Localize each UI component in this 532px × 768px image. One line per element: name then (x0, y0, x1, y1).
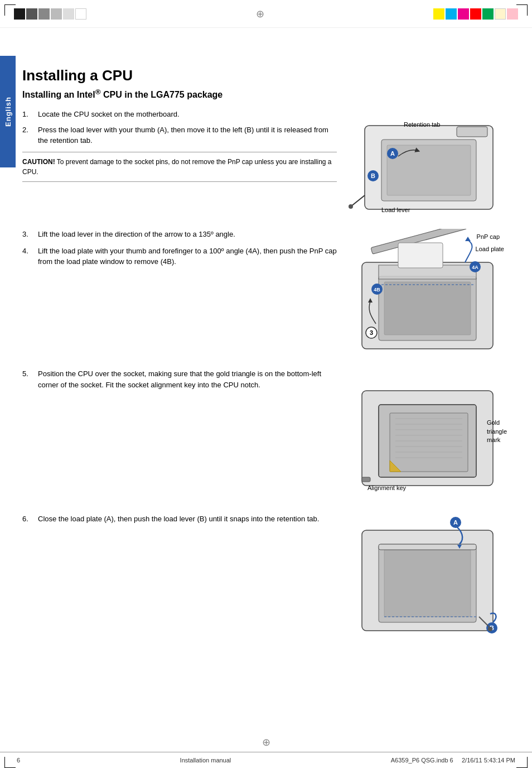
svg-rect-36 (362, 477, 370, 482)
footer-datetime: 2/16/11 5:43:14 PM (462, 757, 515, 764)
color-block (75, 8, 86, 20)
svg-text:B: B (371, 172, 375, 179)
corner-mark-tl (4, 4, 16, 16)
color-block (38, 8, 50, 20)
page-title: Installing a CPU (22, 67, 515, 84)
pnp-cap-label: PnP cap (477, 233, 500, 240)
step-text-col-3-4: 3. Lift the load lever in the direction … (22, 229, 348, 272)
language-label: English (4, 97, 12, 127)
color-strip-right (433, 8, 518, 20)
svg-line-4 (351, 195, 365, 207)
svg-rect-2 (387, 145, 471, 195)
top-print-bar: ⊕ (0, 0, 532, 28)
diagram-1-col: A B Retention tab Load lever (348, 109, 515, 218)
color-block (458, 8, 469, 20)
color-block (482, 8, 494, 20)
gold-triangle-text: Goldtrianglemark (487, 419, 507, 443)
color-block (470, 8, 481, 20)
svg-rect-14 (398, 243, 443, 268)
corner-mark-br (516, 757, 528, 768)
step-1: 1. Locate the CPU socket on the motherbo… (22, 109, 337, 120)
steps-list-3: 5. Position the CPU over the socket, mak… (22, 368, 337, 390)
caution-bold: CAUTION! (22, 158, 55, 166)
steps-list: 1. Locate the CPU socket on the motherbo… (22, 109, 337, 146)
step-3: 3. Lift the load lever in the direction … (22, 229, 337, 240)
diagram-1: A B Retention tab Load lever (348, 109, 510, 218)
corner-mark-tr (516, 4, 528, 16)
alignment-key-label: Alignment key (367, 484, 406, 491)
color-block (51, 8, 62, 20)
steps-list-4: 6. Close the load plate (A), then push t… (22, 513, 337, 525)
svg-point-5 (349, 204, 353, 209)
diagram-4-svg: A B (348, 513, 510, 642)
step-3-text: Lift the load lever in the direction of … (38, 229, 337, 240)
steps-list-2: 3. Lift the load lever in the direction … (22, 229, 337, 267)
color-block (446, 8, 457, 20)
step-text-col-5: 5. Position the CPU over the socket, mak… (22, 368, 348, 395)
section-title: Installing an Intel® CPU in the LGA775 p… (22, 88, 515, 100)
footer-file-info: A6359_P6 QSG.indb 6 2/16/11 5:43:14 PM (391, 757, 515, 764)
load-lever-label: Load lever (381, 207, 410, 213)
main-content: Installing a CPU Installing an Intel® CP… (22, 28, 515, 687)
step-4-text: Lift the load plate with your thumb and … (38, 246, 337, 267)
diagram-3-col: Goldtrianglemark Alignment key (348, 368, 515, 502)
color-strip-left (14, 8, 86, 20)
step-5: 5. Position the CPU over the socket, mak… (22, 368, 337, 390)
diagram-3-svg (348, 368, 510, 502)
step-4: 4. Lift the load plate with your thumb a… (22, 246, 337, 267)
step-text-col-1-2: 1. Locate the CPU socket on the motherbo… (22, 109, 348, 188)
diagram-3: Goldtrianglemark Alignment key (348, 368, 510, 502)
svg-rect-26 (390, 413, 468, 472)
load-plate-label: Load plate (476, 246, 504, 252)
step-6: 6. Close the load plate (A), then push t… (22, 513, 337, 525)
caution-text: To prevent damage to the socket pins, do… (22, 158, 332, 176)
language-sidebar: English (0, 56, 16, 167)
color-block (433, 8, 444, 20)
step-2-num: 2. (22, 124, 38, 146)
svg-point-50 (488, 627, 492, 631)
step-row-6: 6. Close the load plate (A), then push t… (22, 513, 515, 642)
svg-rect-12 (384, 282, 471, 335)
step-3-num: 3. (22, 229, 38, 240)
svg-text:4B: 4B (374, 287, 380, 292)
diagram-2-col: 4B 4A 3 PnP cap Load plate (348, 229, 515, 357)
step-5-text: Position the CPU over the socket, making… (38, 368, 337, 390)
diagram-2: 4B 4A 3 PnP cap Load plate (348, 229, 510, 357)
svg-text:4A: 4A (472, 265, 478, 270)
svg-text:3: 3 (370, 329, 373, 336)
step-5-num: 5. (22, 368, 38, 390)
footer: 6 Installation manual A6359_P6 QSG.indb … (0, 752, 532, 768)
step-row-5: 5. Position the CPU over the socket, mak… (22, 368, 515, 502)
svg-text:A: A (453, 519, 458, 526)
footer-right-text: A6359_P6 QSG.indb 6 (391, 757, 453, 764)
step-row-1-2: 1. Locate the CPU socket on the motherbo… (22, 109, 515, 218)
step-2-text: Press the load lever with your thumb (A)… (38, 124, 337, 146)
step-2: 2. Press the load lever with your thumb … (22, 124, 337, 146)
svg-text:A: A (390, 150, 395, 157)
color-block (26, 8, 37, 20)
step-6-num: 6. (22, 513, 38, 525)
svg-rect-41 (379, 544, 476, 550)
step-row-3-4: 3. Lift the load lever in the direction … (22, 229, 515, 357)
step-4-num: 4. (22, 246, 38, 267)
retention-tab-label: Retention tab (404, 121, 440, 128)
svg-marker-15 (465, 237, 471, 241)
footer-center-text: Installation manual (180, 757, 231, 764)
corner-mark-bl (4, 757, 16, 768)
svg-rect-3 (457, 127, 487, 137)
diagram-4: A B (348, 513, 510, 642)
step-1-num: 1. (22, 109, 38, 120)
step-6-text: Close the load plate (A), then push the … (38, 513, 337, 525)
diagram-4-col: A B (348, 513, 515, 642)
step-1-text: Locate the CPU socket on the motherboard… (38, 109, 337, 120)
footer-page-num: 6 (17, 757, 20, 764)
bottom-crosshair: ⊕ (262, 736, 270, 748)
color-block (14, 8, 25, 20)
color-block (63, 8, 74, 20)
gold-triangle-label: Goldtrianglemark (487, 419, 507, 444)
svg-rect-40 (384, 550, 471, 617)
step-text-col-6: 6. Close the load plate (A), then push t… (22, 513, 348, 529)
color-block (495, 8, 506, 20)
caution-box: CAUTION! To prevent damage to the socket… (22, 152, 337, 182)
registration-mark: ⊕ (256, 8, 264, 20)
